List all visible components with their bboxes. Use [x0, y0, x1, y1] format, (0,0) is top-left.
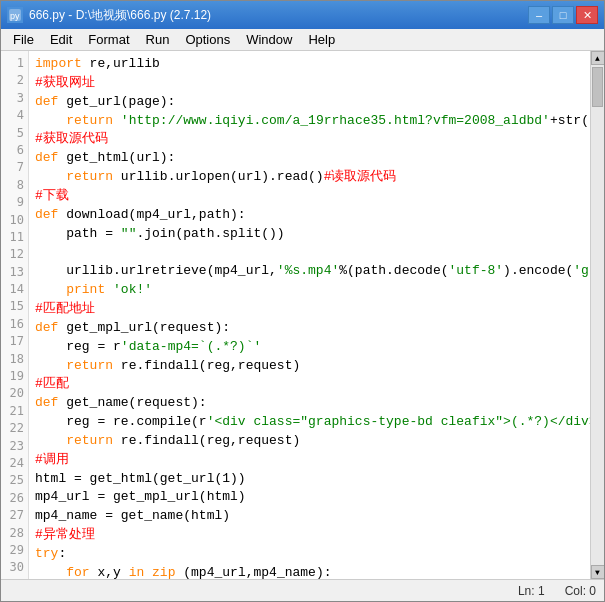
line-numbers: 1 2 3 4 5 6 7 8 9 10 11 12 13 14 15 16 1…	[1, 51, 29, 579]
menu-item-edit[interactable]: Edit	[42, 30, 80, 49]
scroll-up-button[interactable]: ▲	[591, 51, 605, 65]
status-bar: Ln: 1 Col: 0	[1, 579, 604, 601]
menu-item-help[interactable]: Help	[300, 30, 343, 49]
svg-text:py: py	[10, 11, 20, 21]
title-bar: py 666.py - D:\地视频\666.py (2.7.12) – □ ✕	[1, 1, 604, 29]
menu-item-file[interactable]: File	[5, 30, 42, 49]
scroll-track[interactable]	[591, 65, 604, 565]
title-buttons: – □ ✕	[528, 6, 598, 24]
minimize-button[interactable]: –	[528, 6, 550, 24]
code-editor[interactable]: import re,urllib #获取网址 def get_url(page)…	[29, 51, 590, 579]
scroll-down-button[interactable]: ▼	[591, 565, 605, 579]
close-button[interactable]: ✕	[576, 6, 598, 24]
menu-item-window[interactable]: Window	[238, 30, 300, 49]
menu-item-options[interactable]: Options	[177, 30, 238, 49]
window-title: 666.py - D:\地视频\666.py (2.7.12)	[29, 7, 528, 24]
scroll-thumb[interactable]	[592, 67, 603, 107]
maximize-button[interactable]: □	[552, 6, 574, 24]
vertical-scrollbar[interactable]: ▲ ▼	[590, 51, 604, 579]
main-window: py 666.py - D:\地视频\666.py (2.7.12) – □ ✕…	[0, 0, 605, 602]
menu-item-format[interactable]: Format	[80, 30, 137, 49]
line-indicator: Ln: 1	[518, 584, 545, 598]
app-icon: py	[7, 7, 23, 23]
col-indicator: Col: 0	[565, 584, 596, 598]
menu-bar: FileEditFormatRunOptionsWindowHelp	[1, 29, 604, 51]
editor-area: 1 2 3 4 5 6 7 8 9 10 11 12 13 14 15 16 1…	[1, 51, 604, 579]
menu-item-run[interactable]: Run	[138, 30, 178, 49]
